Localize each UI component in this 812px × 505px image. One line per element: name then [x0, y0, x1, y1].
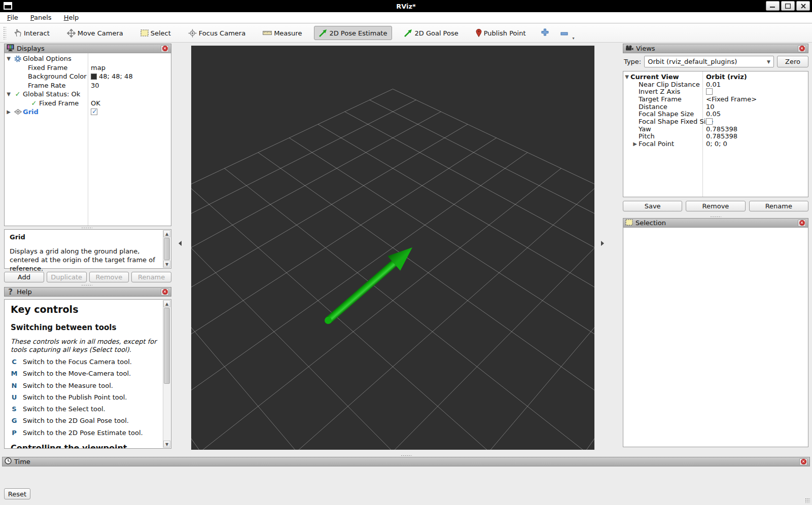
close-window-button[interactable]	[796, 1, 810, 11]
menu-help[interactable]: Help	[64, 14, 79, 21]
view-row-pitch[interactable]: Pitch 0.785398	[623, 133, 808, 140]
display-row-global-options[interactable]: ▼ Global Options	[5, 54, 171, 63]
pitch-value[interactable]: 0.785398	[703, 133, 737, 140]
duplicate-display-button[interactable]: Duplicate	[47, 272, 87, 282]
help-close-button[interactable]: ✕	[161, 288, 169, 296]
expander-open-icon[interactable]: ▼	[623, 74, 630, 80]
tool-2d-goal-pose[interactable]: 2D Goal Pose	[399, 26, 463, 40]
menu-file[interactable]: File	[7, 14, 18, 21]
view-row-near-clip-distance[interactable]: Near Clip Distance 0.01	[623, 81, 808, 88]
expander-open-icon[interactable]: ▼	[5, 56, 13, 61]
view-row-invert-z-axis[interactable]: Invert Z Axis	[623, 88, 808, 95]
display-row-grid[interactable]: ▶ Grid	[5, 107, 171, 117]
remove-tool-button[interactable]: ▾	[557, 29, 571, 37]
fixed-frame-value[interactable]: map	[89, 63, 105, 73]
focal-shape-fixed-checkbox[interactable]	[706, 118, 713, 125]
chevron-down-icon[interactable]: ▾	[572, 36, 574, 41]
display-row-global-status[interactable]: ▼ ✓ Global Status: Ok	[5, 90, 171, 99]
yaw-value[interactable]: 0.785398	[703, 125, 737, 133]
time-splitter[interactable]	[401, 455, 412, 456]
focal-point-value[interactable]: 0; 0; 0	[703, 140, 727, 148]
selection-close-button[interactable]: ✕	[798, 220, 806, 227]
scroll-thumb[interactable]	[164, 238, 170, 260]
scroll-down-icon[interactable]: ▼	[163, 441, 170, 448]
target-frame-value[interactable]: <Fixed Frame>	[703, 95, 757, 103]
right-panel-collapse-handle[interactable]	[600, 234, 605, 252]
menu-panels[interactable]: Panels	[30, 14, 52, 21]
help-scrollbar[interactable]: ▲ ▼	[163, 300, 170, 448]
displays-splitter[interactable]	[81, 227, 92, 229]
displays-panel-header[interactable]: Displays ✕	[4, 44, 171, 53]
reset-button[interactable]: Reset	[4, 488, 30, 499]
views-close-button[interactable]: ✕	[798, 45, 806, 52]
time-close-button[interactable]: ✕	[799, 458, 807, 465]
tool-select[interactable]: Select	[135, 26, 176, 40]
help-splitter[interactable]	[81, 284, 92, 286]
add-display-button[interactable]: Add	[4, 272, 44, 282]
display-row-fixed-frame-status[interactable]: ✓ Fixed Frame OK	[5, 99, 171, 108]
view-type-dropdown[interactable]: Orbit (rviz_default_plugins) ▼	[644, 56, 774, 67]
scroll-thumb[interactable]	[164, 308, 170, 384]
display-row-background-color[interactable]: Background Color 48; 48; 48	[5, 72, 171, 81]
view-row-distance[interactable]: Distance 10	[623, 103, 808, 111]
view-row-current-view[interactable]: ▼ Current View Orbit (rviz)	[623, 73, 808, 81]
rename-display-button[interactable]: Rename	[131, 272, 171, 282]
distance-value[interactable]: 10	[703, 103, 715, 111]
tool-2d-pose-estimate[interactable]: 2D Pose Estimate	[314, 26, 392, 40]
display-row-fixed-frame[interactable]: Fixed Frame map	[5, 63, 171, 73]
selection-panel-header[interactable]: Selection ✕	[623, 218, 808, 228]
view-row-focal-point[interactable]: ▶ Focal Point 0; 0; 0	[623, 140, 808, 148]
add-tool-button[interactable]	[538, 28, 552, 38]
view-row-focal-shape-size[interactable]: Focal Shape Size 0.05	[623, 110, 808, 118]
selection-splitter[interactable]	[710, 216, 721, 218]
green-arrow-icon	[404, 29, 412, 37]
status-ok-check-icon: ✓	[13, 90, 23, 98]
minimize-button[interactable]	[766, 1, 780, 11]
description-scrollbar[interactable]: ▲ ▼	[163, 230, 170, 268]
shortcut-row: GSwitch to the 2D Goal Pose tool.	[11, 417, 166, 425]
selection-content[interactable]	[623, 227, 808, 447]
tool-focus-camera[interactable]: Focus Camera	[183, 26, 251, 41]
rename-view-button[interactable]: Rename	[749, 201, 808, 211]
scroll-up-icon[interactable]: ▲	[163, 300, 170, 307]
scroll-up-icon[interactable]: ▲	[163, 230, 170, 237]
expander-closed-icon[interactable]: ▶	[5, 109, 13, 115]
left-panel-collapse-handle[interactable]	[178, 234, 183, 252]
tool-interact[interactable]: Interact	[9, 26, 55, 40]
render-viewport[interactable]	[191, 46, 594, 450]
zero-view-button[interactable]: Zero	[777, 56, 808, 67]
title-bar[interactable]: RViz*	[0, 0, 812, 12]
remove-display-button[interactable]: Remove	[89, 272, 129, 282]
view-row-target-frame[interactable]: Target Frame <Fixed Frame>	[623, 95, 808, 103]
display-description-box: Grid Displays a grid along the ground pl…	[4, 229, 171, 269]
expander-open-icon[interactable]: ▼	[5, 91, 13, 97]
tool-measure[interactable]: Measure	[258, 26, 307, 40]
displays-close-button[interactable]: ✕	[161, 45, 169, 52]
display-row-frame-rate[interactable]: Frame Rate 30	[5, 81, 171, 90]
focal-shape-size-value[interactable]: 0.05	[703, 110, 721, 118]
tool-move-camera[interactable]: Move Camera	[62, 26, 128, 41]
gear-icon	[13, 55, 23, 62]
resize-grip[interactable]	[805, 498, 810, 503]
selection-panel-title: Selection	[636, 219, 795, 227]
grid-enabled-checkbox[interactable]	[91, 109, 97, 115]
save-view-button[interactable]: Save	[623, 201, 682, 211]
minus-icon	[560, 29, 568, 37]
scroll-down-icon[interactable]: ▼	[163, 261, 170, 268]
view-row-yaw[interactable]: Yaw 0.785398	[623, 125, 808, 133]
time-panel-header[interactable]: Time ✕	[2, 457, 810, 466]
near-clip-value[interactable]: 0.01	[703, 81, 721, 88]
clock-icon	[5, 457, 12, 466]
expander-closed-icon[interactable]: ▶	[631, 141, 639, 147]
toolbar-drag-handle[interactable]	[3, 26, 6, 40]
help-panel-header[interactable]: ? Help ✕	[4, 287, 171, 297]
remove-view-button[interactable]: Remove	[686, 201, 745, 211]
background-color-value[interactable]: 48; 48; 48	[89, 72, 133, 81]
tool-publish-point[interactable]: Publish Point	[471, 26, 531, 40]
view-row-focal-shape-fixed-size[interactable]: Focal Shape Fixed Size	[623, 118, 808, 125]
views-panel-header[interactable]: Views ✕	[623, 44, 808, 53]
shortcut-row: MSwitch to the Move-Camera tool.	[11, 370, 166, 378]
frame-rate-value[interactable]: 30	[89, 81, 99, 90]
maximize-button[interactable]	[781, 1, 795, 11]
invert-z-checkbox[interactable]	[706, 88, 713, 95]
